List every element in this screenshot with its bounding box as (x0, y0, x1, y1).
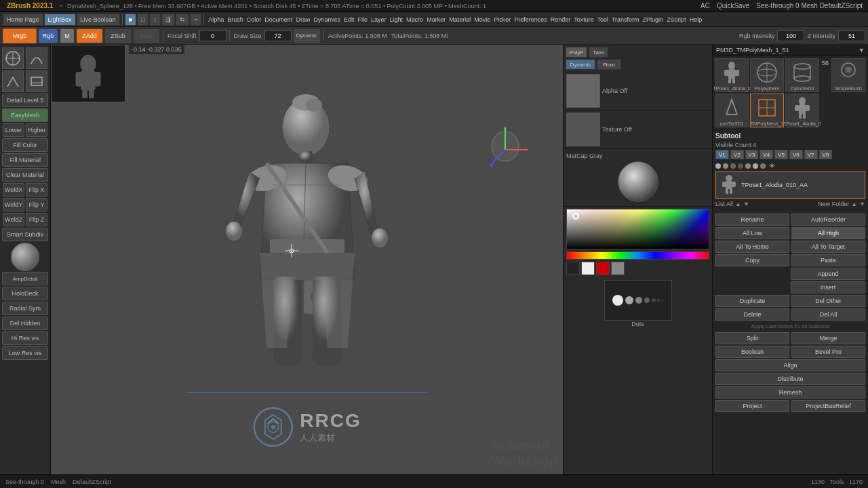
zscript-menu[interactable]: ZScript (667, 16, 686, 23)
folder-scroll-down[interactable]: ▼ (859, 201, 865, 207)
light-menu[interactable]: Light (390, 16, 403, 23)
preferences-menu[interactable]: Preferences (514, 16, 547, 23)
color-menu[interactable]: Color (247, 16, 262, 23)
weld-z-btn[interactable]: WeldZ (3, 213, 24, 226)
radial-sym-btn[interactable]: Radial Sym (2, 302, 48, 315)
fill-material-btn[interactable]: Fill Material (2, 153, 48, 167)
flip-z-btn[interactable]: Flip Z (26, 213, 47, 226)
picker-menu[interactable]: Picker (494, 16, 511, 23)
cylinder-icon-btn[interactable]: CylindreD3 (785, 58, 819, 92)
del-hidden-btn[interactable]: Del Hidden (2, 317, 48, 330)
holodeck-btn[interactable]: HoloDeck (2, 287, 48, 300)
rotate-btn[interactable]: ↻ (176, 14, 189, 26)
v2-btn[interactable]: V2 (730, 150, 744, 159)
texture-preview[interactable] (566, 113, 600, 146)
smooth-btn[interactable]: ~ (190, 14, 201, 26)
far-right-collapse[interactable]: ▼ (859, 47, 865, 54)
merge-btn[interactable]: Merge (791, 332, 865, 344)
lightbox-btn[interactable]: LightBox (44, 14, 76, 26)
fill-color-btn[interactable]: Fill Color (2, 138, 48, 152)
scale-btn[interactable]: ⇶ (161, 14, 175, 26)
detail-level-btn[interactable]: Detail Level 5 (2, 94, 48, 107)
standard-brush-icon[interactable] (26, 47, 47, 69)
alpha-preview[interactable] (566, 74, 600, 108)
list-scroll-down[interactable]: ▼ (743, 201, 749, 207)
arm-tie-icon-btn[interactable]: armTie3D1 (715, 94, 749, 127)
bevel-pro-btn[interactable]: Bevel Pro (791, 346, 865, 358)
v3-btn[interactable]: V3 (745, 150, 759, 159)
z-intensity-input[interactable] (838, 30, 865, 41)
floor-btn[interactable]: Floor (597, 59, 621, 70)
render-menu[interactable]: Render (551, 16, 571, 23)
v8-btn[interactable]: V8 (819, 150, 833, 159)
tm-poly-mesh-icon-btn[interactable]: TMPolyMesh_1 (750, 94, 784, 127)
del-all-btn[interactable]: Del All (791, 308, 865, 321)
del-other-btn[interactable]: Del Other (791, 295, 865, 307)
tool-menu[interactable]: Tool (597, 16, 609, 23)
tpose-icon-btn[interactable]: TPose1_Alodia_0 (715, 58, 749, 92)
weld-y-btn[interactable]: WeldY (3, 198, 24, 211)
weld-x-btn[interactable]: WeldX (3, 183, 24, 197)
color-picker[interactable] (566, 209, 709, 249)
draw-menu[interactable]: Draw (296, 16, 310, 23)
live-boolean-btn[interactable]: Live Boolean (77, 14, 120, 26)
clear-material-btn[interactable]: Clear Material (2, 168, 48, 182)
align-btn[interactable]: Align (715, 359, 865, 371)
rgb-intensity-input[interactable] (777, 30, 804, 41)
swatch-light[interactable] (581, 262, 595, 275)
viewport[interactable]: -0.14 -0.327 0.035 (51, 45, 563, 474)
easy-mesh-btn[interactable]: EasyMesh (2, 108, 48, 122)
copy-btn[interactable]: Copy (715, 254, 789, 266)
simple-brush-icon-btn[interactable]: SimpleBrush (831, 58, 865, 92)
paste-btn[interactable]: Paste (791, 254, 865, 266)
auto-reorder-btn[interactable]: AutoReorder (791, 214, 865, 226)
movie-menu[interactable]: Movie (474, 16, 490, 23)
delete-btn[interactable]: Delete (715, 308, 789, 321)
smart-subdiv-btn[interactable]: Smart Subdiv (2, 228, 48, 241)
v6-btn[interactable]: V6 (789, 150, 803, 159)
v1-btn[interactable]: V1 (715, 150, 729, 159)
zadd-btn[interactable]: ZAdd (76, 28, 103, 43)
all-high-btn[interactable]: All High (791, 227, 865, 239)
v5-btn[interactable]: V5 (774, 150, 788, 159)
dynamic-btn[interactable]: Dynamic (293, 28, 321, 43)
zsub-btn[interactable]: ZSub (104, 28, 132, 43)
home-page-btn[interactable]: Home Page (3, 14, 43, 26)
zsub2-btn[interactable]: Zsub (133, 28, 160, 43)
hi-res-vis-btn[interactable]: Hi Res vis (2, 331, 48, 345)
draw-size-input[interactable] (264, 30, 292, 41)
document-menu[interactable]: Document (264, 16, 292, 23)
active-subtool-row[interactable]: TPose1_Alodia_010_AA (715, 171, 865, 199)
remesh-btn[interactable]: Remesh (715, 386, 865, 399)
project-bas-relief-btn[interactable]: ProjectBasRelief (791, 400, 865, 412)
boolean-btn[interactable]: Boolean (715, 346, 789, 358)
distribute-btn[interactable]: Distribute (715, 373, 865, 385)
swatch-red[interactable] (596, 262, 610, 275)
dynamic-btn2[interactable]: Dynamic (566, 59, 595, 70)
move-brush-icon[interactable] (2, 47, 24, 69)
all-to-home-btn[interactable]: All To Home (715, 241, 789, 253)
zplugin-menu[interactable]: ZPlugin (643, 16, 664, 23)
layer-menu[interactable]: Layer (371, 16, 387, 23)
v7-btn[interactable]: V7 (804, 150, 818, 159)
flip-x-btn[interactable]: Flip X (26, 183, 47, 197)
v4-btn[interactable]: V4 (760, 150, 773, 159)
brush-menu[interactable]: Brush (227, 16, 243, 23)
list-scroll-up[interactable]: ▲ (735, 201, 741, 207)
draw-mode-btn[interactable]: ■ (125, 14, 136, 26)
all-to-target-btn[interactable]: All To Target (791, 241, 865, 253)
pinch-brush-icon[interactable] (2, 70, 24, 92)
polyf-btn[interactable]: PolyF (566, 47, 587, 58)
project-btn[interactable]: Project (715, 400, 789, 412)
brush-selector-btn[interactable]: Mrgb (3, 28, 37, 43)
texture-menu[interactable]: Texture (574, 16, 594, 23)
flatten-brush-icon[interactable] (26, 70, 47, 92)
tpose2-icon-btn[interactable]: TPose1_Alodia_0 (785, 94, 819, 127)
alpha-menu[interactable]: Alpha (208, 16, 224, 23)
rgb-btn[interactable]: Rgb (38, 28, 58, 43)
m-btn[interactable]: M (60, 28, 75, 43)
folder-scroll-up[interactable]: ▲ (851, 201, 857, 207)
higher-btn[interactable]: Higher (26, 123, 47, 137)
flip-y-btn[interactable]: Flip Y (26, 198, 47, 211)
lower-btn[interactable]: Lower (3, 123, 24, 137)
